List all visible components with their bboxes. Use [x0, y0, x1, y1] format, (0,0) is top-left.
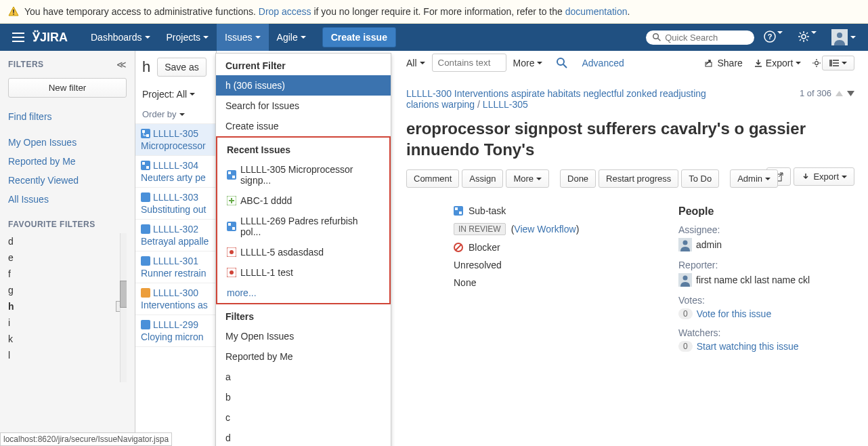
more-button[interactable]: More: [506, 169, 549, 188]
user-menu[interactable]: [826, 24, 861, 51]
svg-rect-27: [141, 192, 150, 202]
issue-type: Sub-task: [469, 205, 506, 216]
settings-icon[interactable]: [792, 25, 822, 50]
svg-rect-30: [141, 288, 150, 298]
drop-access-link[interactable]: Drop access: [259, 6, 311, 17]
collapse-sidebar-icon[interactable]: ≪: [116, 59, 127, 70]
dd-current-filter-item[interactable]: h (306 issues): [216, 75, 391, 96]
export-button[interactable]: Export: [754, 58, 801, 68]
issue-key: LLLLL-302: [153, 224, 198, 235]
fav-filter-item[interactable]: i: [8, 315, 127, 331]
fav-filter-item[interactable]: l: [8, 347, 127, 363]
subtask-icon: [141, 161, 150, 170]
svg-rect-41: [829, 60, 832, 66]
svg-text:ӰJIRA: ӰJIRA: [32, 30, 68, 44]
dd-filter-item[interactable]: c: [216, 407, 391, 428]
todo-button[interactable]: To Do: [681, 169, 719, 188]
fav-filter-item-active[interactable]: h▾: [8, 298, 127, 315]
action-label: Share: [717, 58, 742, 68]
app-switcher-icon[interactable]: [7, 27, 30, 47]
dd-more-link[interactable]: more...: [217, 283, 389, 303]
watch-link[interactable]: Start watching this issue: [697, 341, 799, 352]
dd-filter-item[interactable]: Reported by Me: [216, 346, 391, 367]
subtask-icon: [141, 192, 150, 202]
fav-scrollbar[interactable]: [120, 233, 127, 382]
sidebar-link[interactable]: My Open Issues: [8, 133, 127, 152]
export-icon: [754, 58, 763, 68]
nav-agile[interactable]: Agile: [269, 24, 314, 51]
sidebar-link[interactable]: Reported by Me: [8, 152, 127, 171]
issue-list-item[interactable]: LLLLL-301 Runner restrain: [135, 251, 216, 283]
dd-recent-issue[interactable]: LLLLL-305 Microprocessor signp...: [217, 159, 389, 190]
export-icon: [801, 172, 810, 182]
fav-filter-item[interactable]: k: [8, 331, 127, 347]
save-as-button[interactable]: Save as: [157, 58, 207, 77]
nav-projects[interactable]: Projects: [158, 24, 217, 51]
assign-button[interactable]: Assign: [462, 169, 503, 188]
dd-recent-issue[interactable]: LLLLL-1 test: [217, 262, 389, 283]
contains-text-input[interactable]: [432, 54, 506, 72]
nav-dashboards[interactable]: Dashboards: [83, 24, 158, 51]
breadcrumb-key[interactable]: LLLLL-305: [483, 99, 528, 110]
dd-create-issue[interactable]: Create issue: [216, 116, 391, 136]
find-filters-link[interactable]: Find filters: [8, 107, 127, 126]
dd-filter-item[interactable]: a: [216, 367, 391, 387]
fav-filter-item[interactable]: g: [8, 282, 127, 298]
new-filter-button[interactable]: New filter: [8, 78, 127, 98]
nav-label: Issues: [225, 32, 252, 43]
dd-search-issues[interactable]: Search for Issues: [216, 96, 391, 116]
issue-list-item[interactable]: LLLLL-299 Cloying micron: [135, 315, 216, 347]
help-icon[interactable]: ?: [758, 25, 788, 50]
comment-button[interactable]: Comment: [406, 169, 459, 188]
svg-rect-25: [142, 162, 145, 165]
share-button[interactable]: Share: [705, 58, 742, 68]
order-by[interactable]: Order by: [135, 105, 216, 124]
banner-text: if you no longer require it. For more in…: [313, 6, 565, 17]
quick-search-input[interactable]: [665, 33, 747, 43]
breadcrumb-parent[interactable]: LLLLL-300 Interventions aspirate habitat…: [406, 88, 706, 99]
vote-link[interactable]: Vote for this issue: [697, 308, 772, 319]
issue-list-item[interactable]: LLLLL-302 Betrayal appalle: [135, 220, 216, 251]
issue-summary: Microprocessor: [141, 140, 211, 151]
dd-recent-issue[interactable]: LLLLL-269 Padres refurbish pol...: [217, 211, 389, 242]
fav-filter-item[interactable]: e: [8, 249, 127, 266]
all-filter[interactable]: All: [406, 58, 425, 68]
fav-filter-item[interactable]: f: [8, 266, 127, 282]
fav-filter-item[interactable]: d: [8, 233, 127, 249]
view-toggle[interactable]: [822, 56, 854, 70]
resolution: Unresolved: [454, 260, 502, 270]
advanced-link[interactable]: Advanced: [582, 58, 624, 68]
dd-recent-issue[interactable]: ABC-1 dddd: [217, 190, 389, 211]
prev-issue-icon[interactable]: [836, 91, 843, 96]
sidebar-link[interactable]: All Issues: [8, 190, 127, 209]
issue-list-item[interactable]: LLLLL-300 Interventions as: [135, 283, 216, 315]
jira-logo[interactable]: ӰJIRA: [32, 30, 74, 45]
admin-button[interactable]: Admin: [730, 169, 778, 188]
dd-filter-item[interactable]: b: [216, 387, 391, 407]
issue-list-item[interactable]: LLLLL-303 Substituting out: [135, 188, 216, 220]
issue-list-item[interactable]: LLLLL-305 Microprocessor: [135, 124, 216, 156]
quick-search[interactable]: [646, 31, 754, 45]
add-icon: [227, 196, 236, 205]
create-issue-button[interactable]: Create issue: [322, 27, 396, 47]
issue-title: eroprocessor signpost sufferers cavalry'…: [406, 118, 854, 160]
documentation-link[interactable]: documentation: [565, 6, 628, 17]
breadcrumb-parent2[interactable]: clarions warping: [406, 99, 475, 110]
issue-list-item[interactable]: LLLLL-304 Neuters arty pe: [135, 156, 216, 188]
dd-filter-item[interactable]: d: [216, 428, 391, 446]
restart-progress-button[interactable]: Restart progress: [599, 169, 678, 188]
svg-rect-3: [12, 37, 24, 38]
more-filter[interactable]: More: [513, 58, 543, 68]
view-workflow-link[interactable]: View Workflow: [514, 224, 576, 235]
dd-filter-item[interactable]: My Open Issues: [216, 326, 391, 346]
done-button[interactable]: Done: [560, 169, 596, 188]
project-filter[interactable]: Project: All: [142, 89, 195, 100]
fav-scroll-thumb[interactable]: [120, 281, 127, 308]
dd-recent-issue[interactable]: LLLLL-5 asdasdasd: [217, 242, 389, 262]
svg-point-54: [683, 276, 688, 281]
search-icon[interactable]: [556, 57, 568, 69]
nav-issues[interactable]: Issues: [217, 24, 268, 51]
sidebar-link[interactable]: Recently Viewed: [8, 171, 127, 190]
next-issue-icon[interactable]: [847, 91, 854, 96]
export-button-2[interactable]: Export: [794, 167, 854, 186]
